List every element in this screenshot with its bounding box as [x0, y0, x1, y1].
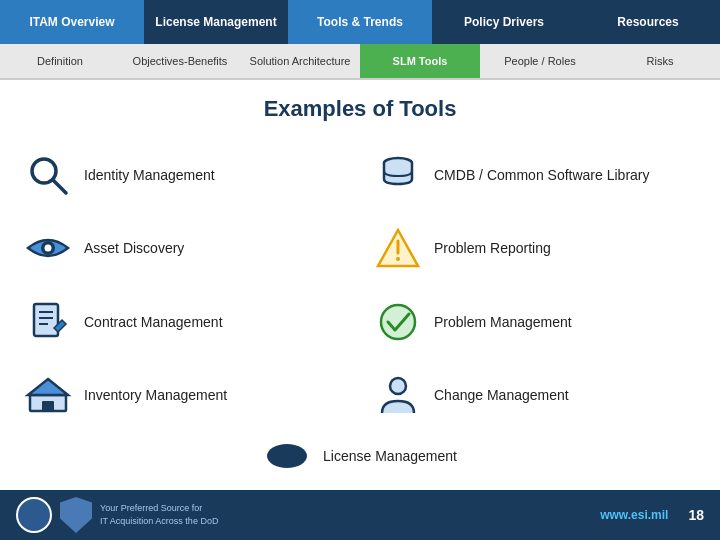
subnav-people-roles[interactable]: People / Roles	[480, 44, 600, 78]
tool-contract-management: Contract Management	[20, 287, 350, 357]
svg-point-4	[45, 245, 52, 252]
svg-line-1	[53, 180, 66, 193]
svg-rect-8	[34, 304, 58, 336]
warehouse-icon	[24, 371, 72, 419]
nav-tools-trends[interactable]: Tools & Trends	[288, 0, 432, 44]
asset-discovery-label: Asset Discovery	[84, 240, 184, 256]
tool-problem-reporting: Problem Reporting	[370, 214, 700, 284]
svg-point-16	[390, 378, 406, 394]
problem-management-label: Problem Management	[434, 314, 572, 330]
document-icon	[24, 298, 72, 346]
svg-point-12	[381, 305, 415, 339]
dod-shield-icon	[60, 497, 92, 533]
footer-tagline: Your Preferred Source forIT Acquisition …	[100, 502, 218, 527]
database-icon	[374, 151, 422, 199]
license-management-label: License Management	[323, 448, 457, 464]
warning-icon	[374, 224, 422, 272]
sub-navigation: Definition Objectives-Benefits Solution …	[0, 44, 720, 80]
nav-resources[interactable]: Resources	[576, 0, 720, 44]
tool-cmdb: CMDB / Common Software Library	[370, 140, 700, 210]
license-management-center: License Management	[20, 432, 700, 480]
svg-marker-14	[28, 379, 68, 395]
person-icon	[374, 371, 422, 419]
subnav-solution-architecture[interactable]: Solution Architecture	[240, 44, 360, 78]
svg-rect-15	[42, 401, 54, 411]
check-circle-icon	[374, 298, 422, 346]
footer-url: www.esi.mil	[600, 508, 668, 522]
problem-reporting-label: Problem Reporting	[434, 240, 551, 256]
subnav-risks[interactable]: Risks	[600, 44, 720, 78]
top-navigation: ITAM Overview License Management Tools &…	[0, 0, 720, 44]
contract-management-label: Contract Management	[84, 314, 223, 330]
main-content: Examples of Tools Identity Management	[0, 80, 720, 490]
footer: Your Preferred Source forIT Acquisition …	[0, 490, 720, 540]
change-management-label: Change Management	[434, 387, 569, 403]
dod-seal-icon	[16, 497, 52, 533]
oval-icon	[263, 432, 311, 480]
nav-itam-overview[interactable]: ITAM Overview	[0, 0, 144, 44]
subnav-slm-tools[interactable]: SLM Tools	[360, 44, 480, 78]
tool-change-management: Change Management	[370, 361, 700, 431]
nav-license-management[interactable]: License Management	[144, 0, 288, 44]
tool-inventory-management: Inventory Management	[20, 361, 350, 431]
subnav-definition[interactable]: Definition	[0, 44, 120, 78]
svg-point-17	[267, 444, 307, 468]
footer-page-number: 18	[688, 507, 704, 523]
tools-grid: Identity Management CMDB / Common Softwa…	[20, 140, 700, 430]
nav-policy-drivers[interactable]: Policy Drivers	[432, 0, 576, 44]
tool-asset-discovery: Asset Discovery	[20, 214, 350, 284]
cmdb-label: CMDB / Common Software Library	[434, 167, 650, 183]
tool-problem-management: Problem Management	[370, 287, 700, 357]
eye-icon	[24, 224, 72, 272]
subnav-objectives-benefits[interactable]: Objectives-Benefits	[120, 44, 240, 78]
search-icon	[24, 151, 72, 199]
identity-management-label: Identity Management	[84, 167, 215, 183]
svg-point-7	[396, 257, 400, 261]
page-title: Examples of Tools	[20, 96, 700, 122]
footer-logos: Your Preferred Source forIT Acquisition …	[16, 497, 218, 533]
tool-identity-management: Identity Management	[20, 140, 350, 210]
inventory-management-label: Inventory Management	[84, 387, 227, 403]
